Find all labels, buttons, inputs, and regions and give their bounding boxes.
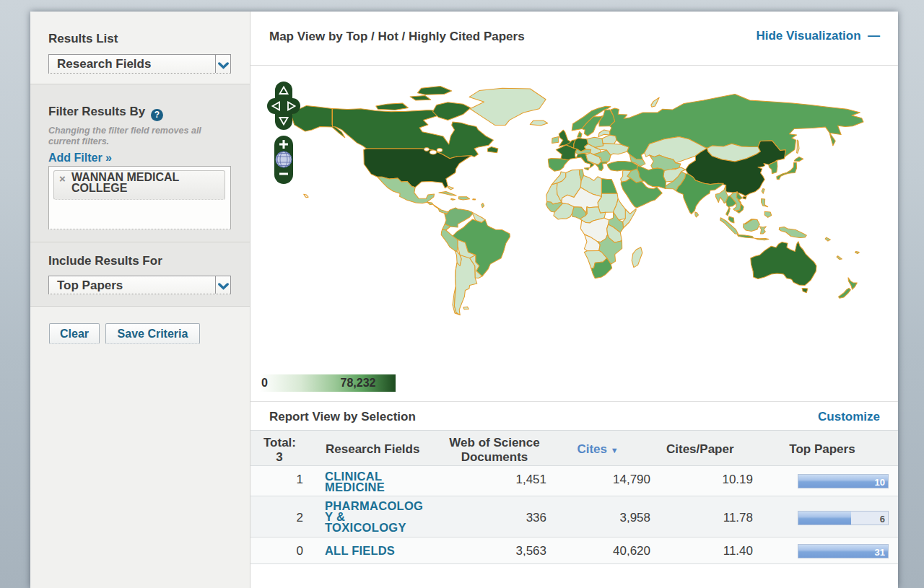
svg-text:0: 0 [261, 377, 268, 389]
svg-text:78,232: 78,232 [341, 377, 376, 389]
